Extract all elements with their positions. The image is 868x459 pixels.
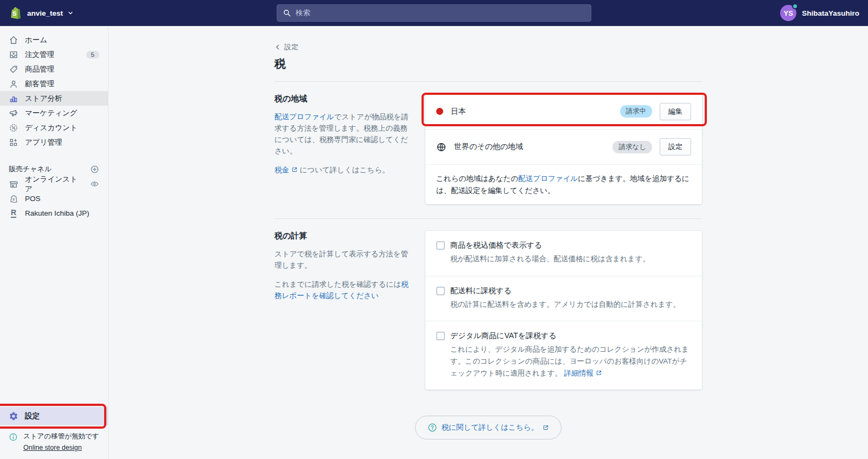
taxes-link[interactable]: 税金	[275, 166, 289, 174]
topbar: S anvie_test 検索 YS ShibataYasuhiro	[0, 0, 868, 26]
orders-icon	[9, 50, 18, 60]
info-icon	[9, 432, 18, 442]
gear-icon	[9, 411, 18, 421]
option-description: 税が配送料に加算される場合、配送価格に税は含まれます。	[436, 253, 691, 265]
external-link-icon	[542, 424, 549, 431]
svg-text:S: S	[12, 198, 14, 201]
breadcrumb[interactable]: 設定	[275, 42, 298, 52]
sidebar-item-orders[interactable]: 注文管理 5	[0, 47, 108, 62]
marketing-icon	[9, 108, 18, 118]
chevron-down-icon	[67, 10, 74, 16]
sidebar-item-label: 設定	[25, 411, 40, 421]
japan-flag-icon	[436, 108, 443, 115]
sidebar-item-label: 注文管理	[25, 50, 54, 60]
tax-help-link[interactable]: 税に関して詳しくはこちら。	[415, 416, 561, 439]
option-description: 税の計算に配送料を含めます。アメリカでは自動的に計算されます。	[436, 299, 691, 311]
search-icon	[283, 9, 291, 17]
apps-icon	[9, 138, 18, 147]
option-label: デジタル商品にVATを課税する	[450, 331, 557, 341]
checkbox-vat-digital-goods[interactable]	[436, 332, 445, 340]
globe-icon	[436, 142, 446, 152]
tax-calculation-section: 税の計算 ストアで税を計算して表示する方法を管理します。 これまでに請求した税を…	[275, 218, 702, 404]
user-name: ShibataYasuhiro	[802, 9, 859, 17]
main-content: 設定 税 税の地域 配送プロファイルでストアが物品税を請求する方法を管理します。…	[108, 26, 868, 459]
region-name: 日本	[451, 107, 466, 117]
sidebar-item-online-store[interactable]: オンラインストア	[0, 177, 108, 191]
option-vat-digital-goods: デジタル商品にVATを課税する これにより、デジタル商品を追加するためのコレクシ…	[425, 321, 702, 390]
rakuten-icon: R	[9, 209, 18, 218]
external-link-icon	[291, 166, 298, 173]
customers-icon	[9, 79, 18, 89]
shopify-logo-icon: S	[9, 6, 23, 20]
help-label: 税に関して詳しくはこちら。	[442, 423, 538, 432]
sidebar-item-analytics[interactable]: ストア分析	[0, 91, 108, 106]
option-charge-tax-on-shipping: 配送料に課税する 税の計算に配送料を含めます。アメリカでは自動的に計算されます。	[425, 276, 702, 321]
user-menu-button[interactable]: YS ShibataYasuhiro	[718, 5, 859, 21]
analytics-icon	[9, 94, 18, 104]
shopify-admin: S anvie_test 検索 YS ShibataYasuhiro	[0, 0, 868, 459]
external-link-icon	[596, 370, 602, 376]
checkbox-show-prices-tax-included[interactable]	[436, 241, 445, 250]
sidebar-item-label: オンラインストア	[25, 174, 84, 194]
sales-channels-header: 販売チャネル	[9, 164, 52, 174]
sidebar-item-marketing[interactable]: マーケティング	[0, 106, 108, 120]
checkbox-charge-tax-on-shipping[interactable]	[436, 287, 445, 295]
home-icon	[9, 35, 18, 45]
back-chevron-icon	[275, 44, 281, 50]
option-description: これにより、デジタル商品を追加するためのコレクションが作成されます。このコレクシ…	[436, 344, 691, 379]
storefront-icon	[9, 179, 18, 189]
region-name: 世界のその他の地域	[454, 142, 523, 152]
sidebar-item-label: ディスカウント	[25, 123, 78, 133]
regions-footer-note: これらの地域はあなたの配送プロファイルに基づきます。地域を追加するには、配送設定…	[425, 164, 702, 204]
learn-more-line: 税金 について詳しくはこちら。	[275, 165, 410, 176]
shipping-profile-link[interactable]: 配送プロファイル	[275, 113, 334, 121]
page-title: 税	[275, 56, 702, 72]
sidebar-item-label: 商品管理	[25, 64, 54, 74]
sidebar: ホーム 注文管理 5 商品管理 顧客管理	[0, 26, 108, 459]
sidebar-item-label: アプリ管理	[25, 138, 62, 147]
svg-text:S: S	[12, 10, 16, 17]
online-store-design-link[interactable]: Online store design	[23, 444, 82, 451]
sidebar-item-label: Rakuten Ichiba (JP)	[25, 209, 90, 217]
learn-more-link[interactable]: 詳細情報	[564, 369, 593, 377]
tax-report-line: これまでに請求した税を確認するには税務レポートを確認してください	[275, 279, 410, 302]
option-label: 配送料に課税する	[450, 286, 512, 296]
shipping-profile-link[interactable]: 配送プロファイル	[518, 174, 578, 183]
orders-count-badge: 5	[86, 51, 99, 59]
sidebar-item-customers[interactable]: 顧客管理	[0, 76, 108, 91]
pos-bag-icon: S	[9, 194, 18, 204]
add-channel-icon[interactable]	[90, 165, 99, 174]
sidebar-item-discounts[interactable]: ディスカウント	[0, 120, 108, 135]
sidebar-item-home[interactable]: ホーム	[0, 33, 108, 47]
section-description: ストアで税を計算して表示する方法を管理します。	[275, 249, 410, 271]
region-row-rest-of-world: 世界のその他の地域 請求なし 設定	[425, 129, 702, 164]
view-store-eye-icon[interactable]	[90, 179, 99, 189]
section-heading: 税の地域	[275, 94, 410, 104]
products-icon	[9, 64, 18, 74]
tax-regions-section: 税の地域 配送プロファイルでストアが物品税を請求する方法を管理します。税務上の義…	[275, 82, 702, 218]
question-icon	[427, 423, 437, 432]
sidebar-item-label: ホーム	[25, 35, 47, 45]
status-badge-collecting: 請求中	[620, 105, 653, 118]
sidebar-item-label: マーケティング	[25, 108, 77, 118]
sidebar-item-label: POS	[25, 195, 41, 203]
sidebar-item-label: 顧客管理	[25, 79, 54, 89]
search-input[interactable]: 検索	[277, 4, 591, 22]
edit-button[interactable]: 編集	[660, 103, 691, 120]
setup-button[interactable]: 設定	[660, 138, 691, 156]
discounts-icon	[9, 123, 18, 133]
search-placeholder: 検索	[296, 8, 310, 18]
store-name: anvie_test	[27, 9, 63, 17]
section-heading: 税の計算	[275, 231, 410, 241]
transfer-notice: ストアの移管が無効です	[23, 432, 99, 441]
status-dot	[792, 3, 798, 9]
region-row-japan: 日本 請求中 編集	[425, 94, 702, 129]
sidebar-item-products[interactable]: 商品管理	[0, 62, 108, 76]
store-menu-button[interactable]: S anvie_test	[9, 6, 150, 20]
option-label: 商品を税込価格で表示する	[450, 241, 542, 250]
sidebar-item-settings[interactable]: 設定	[0, 407, 108, 425]
sidebar-item-apps[interactable]: アプリ管理	[0, 135, 108, 150]
section-description: 配送プロファイルでストアが物品税を請求する方法を管理します。税務上の義務について…	[275, 112, 410, 157]
status-badge-not-collecting: 請求なし	[612, 141, 652, 153]
sidebar-item-rakuten[interactable]: R Rakuten Ichiba (JP)	[0, 206, 108, 221]
